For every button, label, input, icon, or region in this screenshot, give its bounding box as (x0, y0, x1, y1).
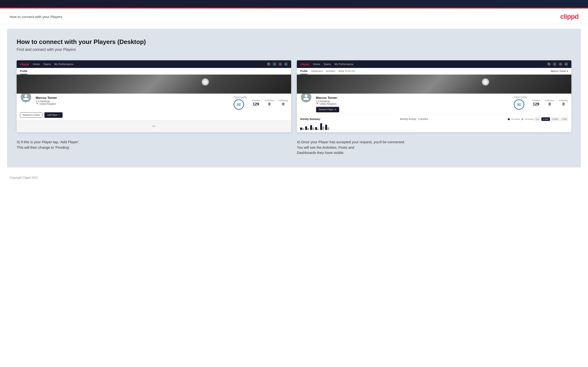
tab-activities-2[interactable]: Activities (326, 68, 335, 74)
bar-offcourse-1 (302, 128, 304, 130)
app-logo-1: clippd (20, 62, 29, 66)
bar-oncourse-3 (310, 125, 312, 130)
quality-label-2: Player Quality (514, 96, 527, 98)
clippd-logo: clippd (560, 13, 579, 20)
copyright-text: Copyright Clippd 2022 (9, 176, 38, 179)
activity-legend: On course Off course (508, 118, 534, 120)
screenshots-row: clippd Home Teams My Performance 🔍 👤 ⚙ 🌐… (17, 60, 571, 132)
bar-group-1 (300, 128, 304, 130)
app-tabs-1: Profile (17, 68, 291, 75)
avatar-icon-1 (23, 94, 29, 100)
bar-oncourse-4 (315, 127, 317, 130)
bar-oncourse-5 (320, 123, 322, 130)
bar-offcourse-6 (327, 127, 329, 130)
app-logo-2: clippd (300, 62, 309, 66)
screenshot-bottom-1: ✏ (17, 120, 291, 132)
location-pin-icon-2: 📍 (316, 103, 319, 105)
nav-item-teams-1[interactable]: Teams (43, 63, 51, 66)
top-bar (0, 0, 588, 8)
player-handicap-1: 1-5 Handicap (36, 100, 230, 103)
nav-item-teams-2[interactable]: Teams (323, 63, 331, 66)
player-name-1: Marcus Turner (36, 96, 230, 100)
activity-chart (300, 123, 568, 130)
globe-icon-2[interactable]: 🌐 (564, 62, 568, 66)
user-icon-1[interactable]: 👤 (273, 62, 277, 66)
followers-stat-2: Followers 0 (545, 99, 554, 106)
tab-profile-1[interactable]: Profile (20, 68, 27, 74)
search-icon-1[interactable]: 🔍 (267, 62, 271, 66)
tab-profile-2[interactable]: Profile (300, 68, 308, 74)
main-content: How to connect with your Players (Deskto… (7, 29, 581, 167)
nav-item-performance-1[interactable]: My Performance (54, 63, 73, 66)
user-icon-2[interactable]: 👤 (553, 62, 557, 66)
app-nav-icons-1: 🔍 👤 ⚙ 🌐 (267, 62, 288, 66)
bar-group-6 (325, 125, 329, 130)
quality-group-1: Player Quality 92 (233, 96, 247, 110)
plus-icon: + (59, 114, 60, 116)
player-dropdown-2[interactable]: Marcus Turner ▾ (551, 68, 568, 74)
activity-summary: Activity Summary Monthly Activity · 6 Mo… (297, 115, 571, 132)
step4-description: 4) Once your Player has accepted your re… (297, 139, 571, 156)
period-1yr-button[interactable]: 1 yr (535, 117, 540, 121)
nav-item-home-1[interactable]: Home (33, 63, 40, 66)
page-header-title: How to connect with your Players (9, 15, 62, 19)
action-buttons-1: Request to Follow Add Player + (17, 112, 291, 120)
period-1mth-button[interactable]: 1 mth (560, 117, 568, 121)
location-pin-icon: 📍 (36, 103, 39, 105)
app-nav-icons-2: 🔍 👤 ⚙ 🌐 (547, 62, 568, 66)
profile-section-1: Marcus Turner 1-5 Handicap 📍 United King… (17, 94, 291, 112)
following-stat-1: Following 0 (279, 99, 288, 106)
remove-player-button[interactable]: Remove Player ✕ (316, 107, 339, 112)
period-3mths-button[interactable]: 3 mths (551, 117, 560, 121)
bar-group-3 (310, 125, 314, 130)
activity-title: Activity Summary (300, 118, 320, 120)
bar-offcourse-5 (322, 127, 324, 130)
bar-group-5 (320, 123, 324, 130)
request-follow-button[interactable]: Request to Follow (20, 112, 42, 117)
tab-what-to-do-2[interactable]: What To Do On (339, 68, 355, 74)
search-icon-2[interactable]: 🔍 (547, 62, 551, 66)
profile-section-2: Marcus Turner 1-5 Handicap 📍 United King… (297, 94, 571, 115)
followers-stat-1: Followers 0 (265, 99, 274, 106)
quality-group-2: Player Quality 92 (514, 96, 527, 110)
quality-circle-2: 92 (514, 99, 524, 110)
bar-group-4 (315, 127, 319, 130)
nav-item-home-2[interactable]: Home (313, 63, 320, 66)
section-subtitle: Find and connect with your Players (17, 48, 571, 52)
pencil-icon: ✏ (152, 124, 156, 129)
chevron-down-icon-2: ▾ (567, 70, 568, 72)
app-nav-items-2: Home Teams My Performance (313, 63, 543, 66)
app-nav-2: clippd Home Teams My Performance 🔍 👤 ⚙ 🌐 (297, 60, 571, 68)
section-title: How to connect with your Players (Deskto… (17, 38, 571, 46)
screenshot-2: clippd Home Teams My Performance 🔍 👤 ⚙ 🌐… (297, 60, 571, 132)
avatar-icon-2 (303, 94, 310, 100)
step4-text: 4) Once your Player has accepted your re… (297, 140, 405, 155)
bar-offcourse-2 (307, 128, 309, 130)
screenshot-1: clippd Home Teams My Performance 🔍 👤 ⚙ 🌐… (17, 60, 291, 132)
app-tabs-2: Profile Dashboard Activities What To Do … (297, 68, 571, 75)
settings-icon-2[interactable]: ⚙ (559, 62, 562, 66)
period-6mths-button[interactable]: 6 mths (541, 117, 550, 121)
activity-header: Activity Summary Monthly Activity · 6 Mo… (300, 117, 568, 121)
quality-label-1: Player Quality (233, 96, 247, 98)
nav-item-performance-2[interactable]: My Performance (334, 63, 354, 66)
add-player-button[interactable]: Add Player + (44, 112, 62, 118)
settings-icon-1[interactable]: ⚙ (278, 62, 282, 66)
activity-controls: On course Off course 1 yr 6 mths 3 mths … (508, 117, 568, 121)
globe-icon-1[interactable]: 🌐 (284, 62, 288, 66)
tab-dashboard-2[interactable]: Dashboard (311, 68, 322, 74)
activity-period: Monthly Activity · 6 Months (400, 118, 428, 120)
description-row: 3) If this is your Player tap, 'Add Play… (17, 139, 571, 156)
offcourse-legend-dot (521, 118, 523, 120)
bar-offcourse-3 (312, 128, 314, 130)
bar-oncourse-6 (325, 125, 327, 130)
oncourse-legend-dot (508, 118, 510, 120)
offcourse-legend-label: Off course (525, 118, 534, 120)
close-icon-remove: ✕ (334, 108, 336, 111)
player-handicap-2: 1-5 Handicap (316, 100, 510, 103)
bar-oncourse-1 (300, 128, 302, 130)
app-nav-items-1: Home Teams My Performance (33, 63, 263, 66)
hero-img-2 (297, 75, 571, 94)
bar-group-2 (305, 126, 309, 130)
activities-stat-1: Activities 129 (252, 99, 260, 106)
